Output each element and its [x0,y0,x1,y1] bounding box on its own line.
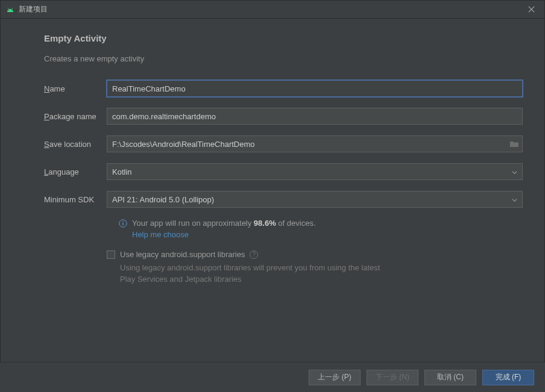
close-icon [528,6,535,13]
previous-button[interactable]: 上一步 (P) [309,370,361,385]
package-name-label: Package name [44,112,107,121]
sdk-info-text: Your app will run on approximately 98.6%… [132,219,316,228]
name-label: Name [44,84,107,93]
finish-button[interactable]: 完成 (F) [482,370,534,385]
svg-line-3 [12,8,13,9]
save-location-label: Save location [44,140,107,149]
minimum-sdk-value: API 21: Android 5.0 (Lollipop) [112,195,214,204]
use-legacy-description: Using legacy android.support libraries w… [120,263,397,285]
package-name-input[interactable] [107,108,523,125]
use-legacy-label: Use legacy android.support libraries [120,250,245,259]
page-title: Empty Activity [44,33,523,43]
use-legacy-checkbox[interactable] [107,250,115,259]
svg-rect-7 [122,223,123,225]
minimum-sdk-select[interactable]: API 21: Android 5.0 (Lollipop) [107,191,523,208]
footer-bar: 上一步 (P) 下一步 (N) 取消 (C) 完成 (F) [0,362,545,392]
android-icon [5,5,15,14]
close-button[interactable] [523,1,540,18]
content-area: Empty Activity Creates a new empty activ… [1,19,544,285]
language-select[interactable]: Kotlin [107,163,523,180]
svg-line-2 [8,8,8,9]
svg-point-0 [8,10,9,10]
folder-icon [509,140,519,148]
next-button: 下一步 (N) [367,370,418,385]
minimum-sdk-label: Minimum SDK [44,195,107,204]
page-subtitle: Creates a new empty activity [44,54,523,63]
save-location-input[interactable] [107,135,523,152]
legacy-help-icon[interactable]: ? [250,250,258,259]
title-bar: 新建项目 [1,1,544,19]
sdk-info: Your app will run on approximately 98.6%… [119,219,523,239]
window-title: 新建项目 [19,4,48,14]
info-icon [119,219,127,228]
svg-rect-8 [122,221,123,222]
language-label: Language [44,167,107,176]
browse-folder-button[interactable] [509,140,519,148]
chevron-down-icon [512,167,517,176]
chevron-down-icon [512,195,517,204]
language-value: Kotlin [112,167,132,176]
help-me-choose-link[interactable]: Help me choose [132,230,523,239]
cancel-button[interactable]: 取消 (C) [424,370,476,385]
name-input[interactable] [107,80,523,97]
svg-point-1 [11,10,12,10]
